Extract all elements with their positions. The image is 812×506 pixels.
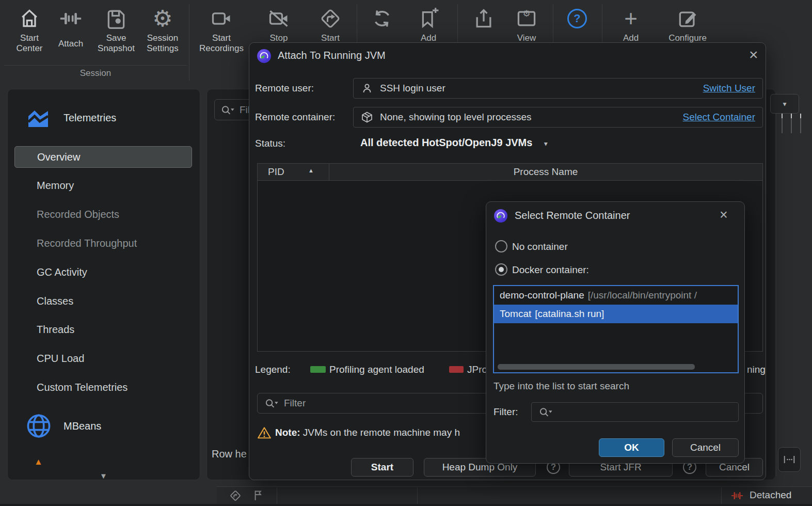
search-icon <box>220 104 235 116</box>
scroll-down-icon[interactable]: ▼ <box>100 471 107 480</box>
row-height-fragment: Row he <box>212 448 247 460</box>
process-table-header: PID ▲ Process Name <box>258 164 762 181</box>
toolbar-start-recordings-button[interactable]: Start Recordings <box>196 4 247 54</box>
toolbar-label: Session Settings <box>138 33 187 54</box>
floppy-icon <box>92 4 140 33</box>
refresh-icon <box>360 4 404 33</box>
list-item-selected[interactable]: Tomcat[catalina.sh run] <box>494 305 738 323</box>
toolbar-divider <box>189 4 189 81</box>
bookmark-plus-icon <box>406 4 451 33</box>
legend-trailing-fragment: ning <box>747 364 766 375</box>
status-diamond-arrow-icon[interactable] <box>229 489 242 504</box>
sidebar-item-recorded-objects[interactable]: Recorded Objects <box>37 209 119 220</box>
caret-down-icon: ▾ <box>783 100 786 108</box>
toolbar-save-snapshot-button[interactable]: Save Snapshot <box>92 4 140 54</box>
question-glyph: ? <box>574 12 580 25</box>
flag-icon[interactable] <box>251 488 265 504</box>
remote-container-value: None, showing top level processes <box>380 112 532 123</box>
filter-label: Filter: <box>493 406 518 418</box>
close-icon[interactable]: × <box>720 208 728 222</box>
toolbar-group-label: Session <box>4 68 187 78</box>
sidebar-item-cpu-load[interactable]: CPU Load <box>37 353 84 365</box>
sidebar: Telemetries Overview Memory Recorded Obj… <box>7 89 200 480</box>
container-filter-input[interactable] <box>531 402 739 422</box>
select-container-link[interactable]: Select Container <box>683 112 755 123</box>
jprofiler-logo-icon <box>257 49 271 63</box>
telemetries-icon <box>25 106 51 133</box>
sidebar-item-overview[interactable]: Overview <box>14 146 192 168</box>
toolbar-label: Save Snapshot <box>92 33 140 54</box>
plus-icon: + <box>609 4 653 33</box>
container-box-icon <box>361 111 373 123</box>
legend-red-swatch <box>449 366 464 373</box>
filter-placeholder: Filter <box>284 398 306 409</box>
remote-container-label: Remote container: <box>255 112 335 123</box>
search-icon <box>538 406 553 418</box>
sidebar-item-recorded-throughput[interactable]: Recorded Throughput <box>37 238 137 249</box>
sidebar-section-mbeans[interactable]: MBeans <box>63 420 101 432</box>
question-glyph: ? <box>687 462 692 472</box>
container-cancel-button[interactable]: Cancel <box>672 438 739 457</box>
remote-user-label: Remote user: <box>255 83 314 94</box>
horizontal-scrollbar[interactable] <box>498 364 695 370</box>
no-container-radio[interactable] <box>495 240 507 252</box>
toolbar-start-center-button[interactable]: Start Center <box>6 4 53 54</box>
plug-icon <box>49 4 93 33</box>
note-prefix: Note: <box>275 427 300 438</box>
status-bar-divider <box>277 487 277 504</box>
sidebar-item-gc-activity[interactable]: GC Activity <box>37 266 87 278</box>
sidebar-item-memory[interactable]: Memory <box>37 180 74 192</box>
window-bottom-edge <box>0 504 812 506</box>
toolbar-group-separator <box>4 65 187 66</box>
list-item[interactable]: demo-control-plane[/usr/local/bin/entryp… <box>494 286 738 305</box>
row-height-button[interactable] <box>778 447 801 472</box>
close-icon[interactable]: × <box>749 48 758 61</box>
background-dropdown-button[interactable]: ▾ <box>770 94 799 114</box>
sort-ascending-icon: ▲ <box>308 167 314 173</box>
status-dropdown[interactable]: All detected HotSpot/OpenJ9 JVMs ▾ <box>360 137 548 149</box>
sidebar-item-classes[interactable]: Classes <box>37 295 73 307</box>
container-detail: [catalina.sh run] <box>535 308 604 319</box>
toolbar-session-settings-button[interactable]: ⚙ Session Settings <box>138 4 187 54</box>
status-label: Status: <box>255 138 285 149</box>
remote-user-field[interactable]: SSH login user Switch User <box>353 78 763 99</box>
scroll-up-icon[interactable]: ▲ <box>34 457 43 467</box>
docker-container-radio[interactable] <box>495 263 507 276</box>
sidebar-section-telemetries[interactable]: Telemetries <box>63 112 116 124</box>
status-value: All detected HotSpot/OpenJ9 JVMs <box>360 137 532 148</box>
start-button[interactable]: Start <box>351 458 413 477</box>
container-name: demo-control-plane <box>500 290 584 301</box>
gear-glyph: ⚙ <box>515 9 538 19</box>
toolbar-attach-button[interactable]: Attach <box>49 4 93 54</box>
plus-glyph: + <box>624 7 638 30</box>
jprofiler-logo-icon <box>494 209 507 223</box>
chart-tick <box>782 114 783 133</box>
remote-container-field[interactable]: None, showing top level processes Select… <box>353 107 763 128</box>
no-container-label[interactable]: No container <box>512 241 568 252</box>
question-glyph: ? <box>551 462 556 472</box>
docker-container-label[interactable]: Docker container: <box>512 264 589 276</box>
toolbar-label: Start Recordings <box>196 33 247 54</box>
window-gear-icon: ⚙ <box>504 4 549 33</box>
search-icon <box>264 398 279 409</box>
status-bar <box>217 486 812 504</box>
diamond-arrow-icon <box>308 4 353 33</box>
note-text: Note: JVMs on the remote machine may h <box>275 427 460 438</box>
warning-icon <box>257 426 272 441</box>
user-icon <box>361 82 373 94</box>
process-name-column-header[interactable]: Process Name <box>329 166 762 178</box>
sidebar-item-custom-telemetries[interactable]: Custom Telemetries <box>37 382 128 393</box>
share-icon <box>461 4 506 33</box>
ok-button[interactable]: OK <box>599 438 664 457</box>
caret-down-icon: ▾ <box>544 139 548 148</box>
switch-user-link[interactable]: Switch User <box>703 83 755 94</box>
dialog-title: Attach To Running JVM <box>278 50 386 61</box>
pid-column-header[interactable]: PID <box>268 166 284 178</box>
status-bar-divider <box>417 487 418 504</box>
help-icon: ? <box>567 9 587 28</box>
gear-glyph: ⚙ <box>152 6 172 31</box>
sidebar-item-threads[interactable]: Threads <box>37 324 74 336</box>
legend-label: Legend: <box>255 364 291 375</box>
container-list[interactable]: demo-control-plane[/usr/local/bin/entryp… <box>493 285 739 373</box>
home-icon <box>6 4 53 33</box>
